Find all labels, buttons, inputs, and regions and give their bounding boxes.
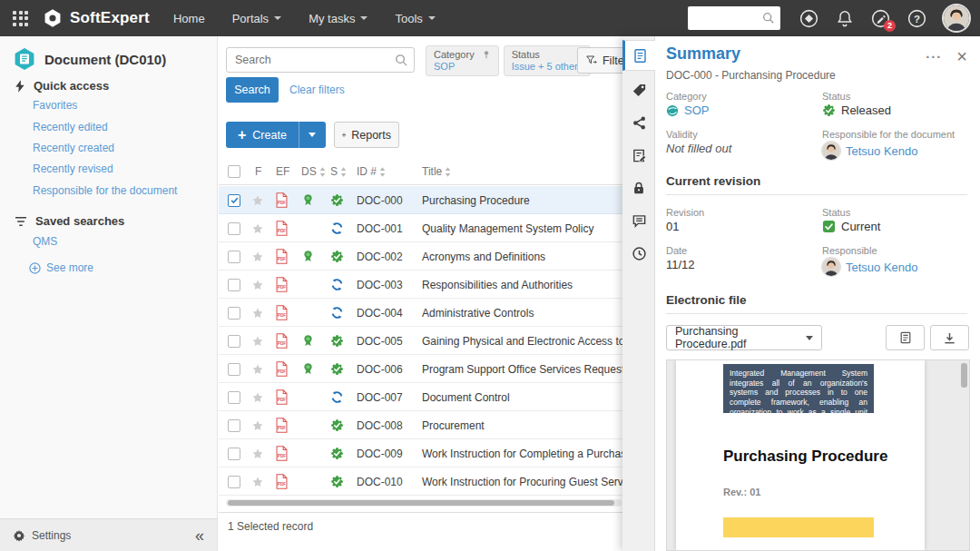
settings-button[interactable]: Settings <box>13 529 71 542</box>
svg-text:PDF: PDF <box>278 201 286 205</box>
column-header-f[interactable]: F <box>255 165 261 178</box>
user-avatar[interactable] <box>944 5 969 31</box>
tab-relationships[interactable] <box>622 107 655 138</box>
pdf-file-icon[interactable]: PDF <box>275 327 289 355</box>
pdf-file-icon[interactable]: PDF <box>275 214 289 242</box>
pdf-file-icon[interactable]: PDF <box>275 467 289 496</box>
row-checkbox[interactable] <box>228 391 240 404</box>
pending-activities-icon[interactable]: 2 <box>871 9 890 28</box>
pdf-file-icon[interactable]: PDF <box>275 299 289 327</box>
tab-revision-notes[interactable] <box>622 140 655 171</box>
title-label: Title <box>422 165 442 178</box>
column-header-ds[interactable]: DS <box>301 165 326 178</box>
search-icon[interactable] <box>395 54 408 67</box>
validity-label: Validity <box>666 129 698 140</box>
saved-searches-heading: Saved searches <box>15 214 124 228</box>
create-dropdown-button[interactable] <box>299 122 326 148</box>
clear-filters-link[interactable]: Clear filters <box>289 84 345 96</box>
favorite-star-icon[interactable] <box>251 299 264 327</box>
pdf-file-icon[interactable]: PDF <box>275 439 289 467</box>
favorite-star-icon[interactable] <box>251 214 264 242</box>
preview-scrollbar-thumb[interactable] <box>961 363 967 388</box>
row-checkbox[interactable] <box>228 194 240 207</box>
sidebar-item-qms[interactable]: QMS <box>33 235 57 248</box>
nav-portals[interactable]: Portals <box>232 12 281 25</box>
pdf-file-icon[interactable]: PDF <box>275 242 289 271</box>
nav-tools[interactable]: Tools <box>395 12 435 25</box>
sidebar-item-recently-edited[interactable]: Recently edited <box>33 121 108 133</box>
nav-my-tasks[interactable]: My tasks <box>309 12 368 25</box>
nav-home[interactable]: Home <box>173 12 205 25</box>
download-button[interactable] <box>930 325 969 350</box>
pdf-preview[interactable]: Integrated Management System integrates … <box>666 359 970 551</box>
pdf-file-icon[interactable]: PDF <box>275 355 289 383</box>
component-title: Document (DC010) <box>13 47 166 71</box>
notifications-bell-icon[interactable] <box>836 9 854 27</box>
create-button[interactable]: +Create <box>226 122 299 148</box>
tab-security[interactable] <box>622 172 655 203</box>
row-checkbox[interactable] <box>228 279 240 291</box>
softexpert-logo[interactable]: SoftExpert <box>43 8 150 28</box>
sidebar-item-recently-created[interactable]: Recently created <box>33 142 114 154</box>
row-checkbox[interactable] <box>228 448 240 460</box>
document-title: Responsibilities and Authorities <box>422 271 573 299</box>
row-checkbox[interactable] <box>228 419 240 432</box>
workspace-icon[interactable] <box>799 9 818 28</box>
close-icon[interactable]: × <box>956 47 967 65</box>
see-more-link[interactable]: See more <box>29 261 93 274</box>
favorite-star-icon[interactable] <box>251 186 264 214</box>
row-checkbox[interactable] <box>228 251 240 263</box>
sidebar-footer: Settings « <box>0 518 217 551</box>
favorite-star-icon[interactable] <box>251 439 264 467</box>
favorite-star-icon[interactable] <box>251 327 264 355</box>
revision-responsible-value[interactable]: Tetsuo Kendo <box>822 258 918 276</box>
tab-comments[interactable] <box>622 205 655 236</box>
search-icon[interactable] <box>762 12 775 25</box>
sidebar-item-responsible[interactable]: Responsible for the document <box>33 184 177 197</box>
column-header-ef[interactable]: EF <box>276 165 289 178</box>
favorite-star-icon[interactable] <box>251 411 264 439</box>
column-header-title[interactable]: Title <box>422 165 451 178</box>
favorite-star-icon[interactable] <box>251 383 264 411</box>
favorite-star-icon[interactable] <box>251 467 264 496</box>
help-icon[interactable]: ? <box>907 9 926 28</box>
pdf-file-icon[interactable]: PDF <box>275 383 289 411</box>
file-select[interactable]: Purchansing Procedure.pdf <box>666 325 822 350</box>
view-file-button[interactable] <box>886 325 925 350</box>
reports-button[interactable]: Reports <box>334 122 399 148</box>
pdf-file-icon[interactable]: PDF <box>275 186 289 214</box>
settings-label: Settings <box>32 529 71 542</box>
app-grid-icon[interactable] <box>13 11 28 26</box>
tab-attributes[interactable] <box>622 74 655 105</box>
row-checkbox[interactable] <box>228 222 240 235</box>
row-checkbox[interactable] <box>228 307 240 320</box>
pdf-file-icon[interactable]: PDF <box>275 271 289 299</box>
pdf-file-icon[interactable]: PDF <box>275 411 289 439</box>
tab-history[interactable] <box>622 238 655 269</box>
favorite-star-icon[interactable] <box>251 242 264 271</box>
more-options-icon[interactable]: ··· <box>926 50 942 64</box>
filter-chip-category[interactable]: Category SOP <box>426 45 499 76</box>
favorite-star-icon[interactable] <box>251 355 264 383</box>
row-checkbox[interactable] <box>228 335 240 348</box>
search-button[interactable]: Search <box>226 77 279 103</box>
responsible-value[interactable]: Tetsuo Kendo <box>822 142 918 160</box>
sidebar-item-recently-revised[interactable]: Recently revised <box>33 162 113 175</box>
pin-icon[interactable] <box>482 50 491 59</box>
list-search-input[interactable] <box>226 47 415 73</box>
sidebar-item-favorites[interactable]: Favorites <box>33 99 77 112</box>
scrollbar-thumb[interactable] <box>228 500 614 506</box>
document-id: DOC-010 <box>357 467 403 496</box>
document-id: DOC-007 <box>357 383 403 411</box>
chevron-down-icon <box>274 16 281 20</box>
favorite-star-icon[interactable] <box>251 271 264 299</box>
row-checkbox[interactable] <box>228 476 240 488</box>
chevron-down-icon <box>309 133 316 137</box>
category-value[interactable]: SOP <box>666 103 709 117</box>
column-header-s[interactable]: S <box>330 165 347 178</box>
row-checkbox[interactable] <box>228 363 240 376</box>
collapse-sidebar-icon[interactable]: « <box>195 527 204 544</box>
tab-summary[interactable] <box>622 40 655 71</box>
select-all-checkbox[interactable] <box>228 165 240 178</box>
column-header-id[interactable]: ID # <box>357 165 386 178</box>
